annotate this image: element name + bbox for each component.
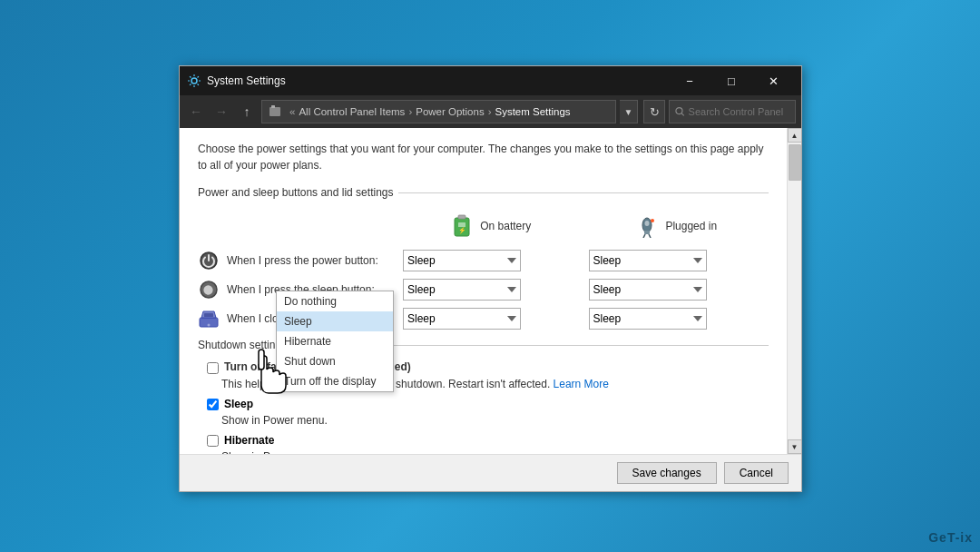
lid-battery-select[interactable]: Sleep Do nothing Hibernate Shut down Tur…: [403, 308, 521, 330]
sleep-plugged-select[interactable]: Sleep Do nothing Hibernate Shut down Tur…: [589, 279, 707, 301]
svg-text:⚡: ⚡: [458, 226, 466, 234]
sleep-show-row: Sleep: [198, 398, 769, 410]
scrollbar-up[interactable]: ▲: [788, 128, 802, 143]
svg-point-14: [651, 219, 654, 222]
power-button-row: When I press the power button: Sleep Do …: [198, 250, 769, 271]
path-sep-3: ›: [488, 106, 492, 117]
search-icon: [675, 106, 685, 117]
up-button[interactable]: ↑: [236, 101, 258, 123]
title-bar: System Settings − □ ✕: [180, 66, 801, 95]
close-button[interactable]: ✕: [752, 66, 794, 95]
power-button-label: When I press the power button:: [198, 250, 397, 271]
footer: Save changes Cancel: [180, 454, 801, 491]
svg-rect-2: [271, 105, 275, 108]
path-dropdown-button[interactable]: ▼: [620, 100, 638, 123]
hibernate-checkbox[interactable]: [207, 435, 219, 447]
section1-label: Power and sleep buttons and lid settings: [198, 186, 393, 199]
minimize-button[interactable]: −: [669, 66, 710, 95]
sleep-label: Sleep: [224, 398, 253, 410]
scrollbar-thumb[interactable]: [789, 144, 801, 181]
scrollbar[interactable]: ▲ ▼: [787, 128, 801, 454]
section1-header: Power and sleep buttons and lid settings: [198, 186, 769, 199]
fast-startup-checkbox[interactable]: [207, 362, 219, 374]
col-battery-label: On battery: [480, 220, 531, 232]
svg-line-4: [681, 113, 683, 115]
sleep-show-desc: Show in Power menu.: [198, 414, 769, 427]
forward-button[interactable]: →: [211, 101, 232, 123]
power-icon: [198, 250, 220, 271]
power-button-text: When I press the power button:: [227, 254, 378, 267]
svg-point-19: [208, 324, 211, 327]
tooltip-item-donothing[interactable]: Do nothing: [277, 291, 393, 311]
sleep-show-label[interactable]: Sleep: [224, 398, 253, 410]
sleep-battery-select[interactable]: Sleep Do nothing Hibernate Shut down Tur…: [403, 279, 521, 301]
hibernate-label: Hibernate: [224, 434, 274, 447]
intro-text: Choose the power settings that you want …: [198, 141, 769, 173]
path-sep-2: ›: [408, 106, 412, 117]
plug-icon: [634, 213, 660, 239]
save-changes-button[interactable]: Save changes: [617, 462, 717, 484]
dropdown-tooltip: Do nothing Sleep Hibernate Shut down Tur…: [276, 291, 394, 392]
hibernate-show-label[interactable]: Hibernate: [224, 434, 274, 447]
path-link-power[interactable]: Power Options: [416, 106, 484, 117]
tooltip-item-hibernate[interactable]: Hibernate: [277, 331, 393, 351]
address-path: « All Control Panel Items › Power Option…: [261, 100, 616, 123]
sleep-checkbox[interactable]: [207, 399, 219, 410]
learn-more-link[interactable]: Learn More: [554, 378, 609, 390]
search-input[interactable]: [689, 106, 789, 117]
back-button[interactable]: ←: [185, 101, 207, 123]
lid-plugged-select[interactable]: Sleep Do nothing Hibernate Shut down Tur…: [589, 308, 707, 330]
window-icon: [187, 74, 201, 88]
svg-rect-18: [204, 313, 213, 317]
col-plugged-in: Plugged in: [583, 208, 769, 244]
cancel-button[interactable]: Cancel: [724, 462, 789, 484]
svg-rect-1: [270, 107, 280, 116]
tooltip-item-sleep[interactable]: Sleep: [277, 311, 393, 331]
path-current: System Settings: [495, 106, 571, 117]
maximize-button[interactable]: □: [710, 66, 752, 95]
scrollbar-down[interactable]: ▼: [788, 439, 802, 454]
hibernate-show-row: Hibernate: [198, 434, 769, 447]
power-columns-header: ⚡ On battery: [198, 208, 769, 244]
path-sep-1: «: [289, 106, 295, 117]
svg-point-13: [645, 221, 650, 226]
power-battery-select[interactable]: Sleep Do nothing Hibernate Shut down Tur…: [403, 250, 521, 271]
address-bar: ← → ↑ « All Control Panel Items › Power …: [180, 95, 801, 128]
tooltip-item-shutdown[interactable]: Shut down: [277, 351, 393, 371]
refresh-button[interactable]: ↻: [643, 100, 665, 123]
path-link-control-panel[interactable]: All Control Panel Items: [299, 106, 405, 117]
col-plugged-label: Plugged in: [665, 220, 717, 232]
col-on-battery: ⚡ On battery: [397, 208, 583, 244]
svg-point-0: [191, 78, 197, 84]
content-area: Choose the power settings that you want …: [180, 128, 801, 454]
svg-line-12: [649, 234, 651, 238]
sleep-icon: [198, 279, 220, 301]
svg-point-3: [676, 108, 682, 114]
battery-icon: ⚡: [449, 213, 475, 239]
svg-rect-6: [458, 215, 466, 219]
main-content: Choose the power settings that you want …: [180, 128, 787, 454]
svg-line-11: [643, 234, 645, 238]
search-box[interactable]: [669, 100, 796, 123]
system-settings-window: System Settings − □ ✕ ← → ↑ « All Contro…: [179, 65, 802, 492]
shutdown-label: Shutdown settings: [198, 339, 287, 351]
svg-rect-10: [644, 231, 650, 234]
lid-icon: [198, 308, 220, 330]
watermark: GeT-ix: [928, 530, 973, 545]
window-title: System Settings: [207, 74, 669, 87]
window-controls: − □ ✕: [669, 66, 794, 95]
power-plugged-select[interactable]: Sleep Do nothing Hibernate Shut down Tur…: [589, 250, 707, 271]
tooltip-item-display[interactable]: Turn off the display: [277, 371, 393, 391]
